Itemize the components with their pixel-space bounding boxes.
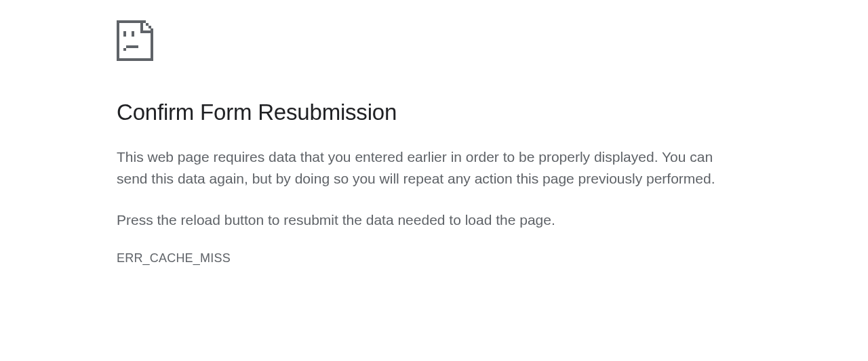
svg-rect-11 xyxy=(132,31,134,37)
error-title: Confirm Form Resubmission xyxy=(117,99,751,126)
error-page-container: Confirm Form Resubmission This web page … xyxy=(0,0,868,266)
error-instruction: Press the reload button to resubmit the … xyxy=(117,209,751,232)
svg-rect-9 xyxy=(151,28,153,31)
error-code: ERR_CACHE_MISS xyxy=(117,251,751,266)
svg-rect-0 xyxy=(117,20,143,23)
svg-rect-2 xyxy=(117,58,153,61)
error-description: This web page requires data that you ent… xyxy=(117,146,747,190)
svg-rect-6 xyxy=(143,20,146,23)
svg-rect-8 xyxy=(149,26,151,28)
sad-page-icon xyxy=(117,20,153,61)
svg-rect-3 xyxy=(151,30,153,61)
svg-rect-1 xyxy=(117,20,119,61)
icon-wrapper xyxy=(117,20,751,61)
svg-rect-12 xyxy=(123,48,126,51)
svg-rect-14 xyxy=(136,45,138,48)
svg-rect-13 xyxy=(126,45,136,48)
svg-rect-10 xyxy=(123,31,126,37)
svg-rect-7 xyxy=(146,23,149,26)
